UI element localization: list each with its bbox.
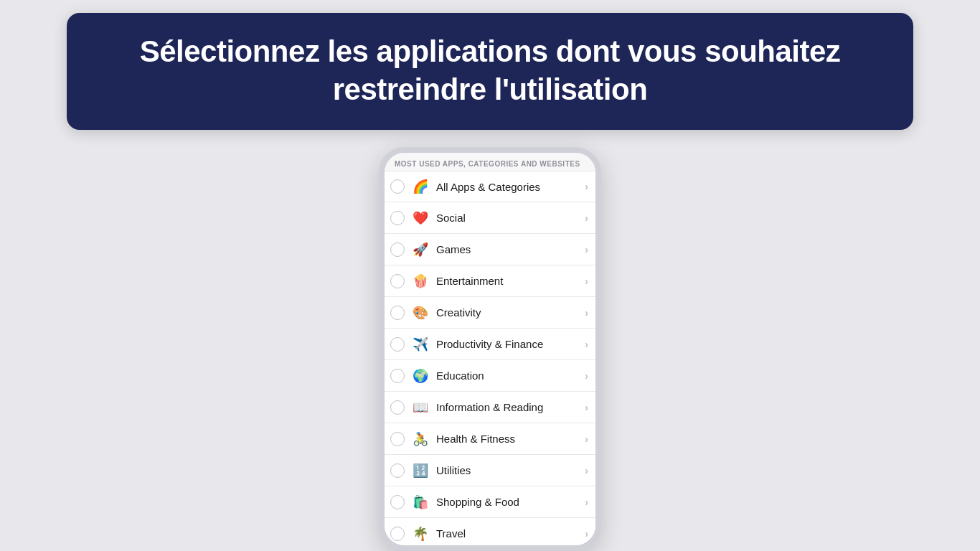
creativity-icon: 🎨	[410, 303, 430, 323]
list-item-education[interactable]: 🌍Education›	[385, 360, 595, 392]
social-icon: ❤️	[410, 208, 430, 228]
radio-circle[interactable]	[390, 211, 405, 225]
radio-circle[interactable]	[390, 527, 405, 541]
chevron-icon: ›	[585, 181, 588, 192]
shopping-food-label: Shopping & Food	[436, 496, 585, 508]
chevron-icon: ›	[585, 244, 588, 255]
radio-circle[interactable]	[390, 337, 405, 352]
chevron-icon: ›	[585, 339, 588, 350]
list-item-creativity[interactable]: 🎨Creativity›	[385, 297, 595, 329]
health-fitness-label: Health & Fitness	[436, 433, 585, 445]
phone-frame: MOST USED APPS, CATEGORIES AND WEBSITES …	[379, 147, 601, 551]
productivity-finance-icon: ✈️	[410, 334, 430, 354]
all-apps-label: All Apps & Categories	[436, 181, 585, 193]
list-item-utilities[interactable]: 🔢Utilities›	[385, 455, 595, 486]
education-label: Education	[436, 369, 585, 382]
productivity-finance-label: Productivity & Finance	[436, 338, 585, 350]
utilities-icon: 🔢	[410, 461, 430, 481]
shopping-food-icon: 🛍️	[410, 492, 430, 512]
chevron-icon: ›	[585, 276, 588, 287]
chevron-icon: ›	[585, 465, 588, 476]
list-item-productivity-finance[interactable]: ✈️Productivity & Finance›	[385, 329, 595, 360]
entertainment-label: Entertainment	[436, 275, 585, 287]
radio-circle[interactable]	[390, 432, 405, 446]
list-item-health-fitness[interactable]: 🚴Health & Fitness›	[385, 423, 595, 455]
creativity-label: Creativity	[436, 306, 585, 319]
header-banner: Sélectionnez les applications dont vous …	[67, 13, 913, 130]
section-label: MOST USED APPS, CATEGORIES AND WEBSITES	[385, 153, 595, 171]
list-item-games[interactable]: 🚀Games›	[385, 234, 595, 265]
travel-label: Travel	[436, 527, 585, 540]
chevron-icon: ›	[585, 433, 588, 445]
entertainment-icon: 🍿	[410, 271, 430, 291]
information-reading-icon: 📖	[410, 397, 430, 418]
list-item-travel[interactable]: 🌴Travel›	[385, 518, 595, 550]
header-title: Sélectionnez les applications dont vous …	[95, 33, 885, 108]
list-item-all-apps[interactable]: 🌈All Apps & Categories›	[385, 171, 595, 202]
games-icon: 🚀	[410, 240, 430, 260]
list-item-information-reading[interactable]: 📖Information & Reading›	[385, 392, 595, 423]
games-label: Games	[436, 243, 585, 255]
radio-circle[interactable]	[390, 495, 405, 509]
chevron-icon: ›	[585, 402, 588, 413]
list-item-social[interactable]: ❤️Social›	[385, 202, 595, 234]
health-fitness-icon: 🚴	[410, 429, 430, 449]
all-apps-icon: 🌈	[410, 176, 430, 197]
radio-circle[interactable]	[390, 179, 405, 194]
chevron-icon: ›	[585, 307, 588, 319]
list-container: MOST USED APPS, CATEGORIES AND WEBSITES …	[385, 153, 595, 551]
chevron-icon: ›	[585, 212, 588, 224]
radio-circle[interactable]	[390, 369, 405, 383]
list-item-shopping-food[interactable]: 🛍️Shopping & Food›	[385, 486, 595, 518]
social-label: Social	[436, 212, 585, 224]
radio-circle[interactable]	[390, 274, 405, 288]
radio-circle[interactable]	[390, 463, 405, 478]
travel-icon: 🌴	[410, 524, 430, 544]
education-icon: 🌍	[410, 366, 430, 386]
utilities-label: Utilities	[436, 464, 585, 476]
chevron-icon: ›	[585, 496, 588, 508]
radio-circle[interactable]	[390, 400, 405, 415]
radio-circle[interactable]	[390, 242, 405, 257]
radio-circle[interactable]	[390, 306, 405, 320]
chevron-icon: ›	[585, 528, 588, 540]
chevron-icon: ›	[585, 370, 588, 382]
list-item-entertainment[interactable]: 🍿Entertainment›	[385, 265, 595, 297]
information-reading-label: Information & Reading	[436, 401, 585, 413]
